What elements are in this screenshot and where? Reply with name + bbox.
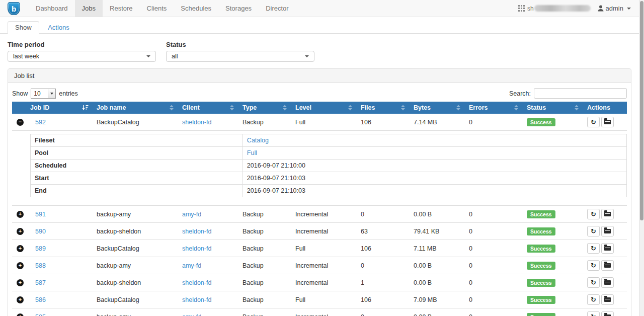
restore-job-button[interactable] <box>601 243 614 254</box>
nav-list-item: Restore <box>103 0 140 17</box>
tab-show[interactable]: Show <box>8 21 39 34</box>
expand-column-header <box>12 102 26 114</box>
expand-row-icon[interactable] <box>17 228 24 235</box>
nav-item-director[interactable]: Director <box>259 0 296 17</box>
errors-cell: 0 <box>465 308 523 316</box>
job-row: 588 backup-amy amy-fd Backup Incremental… <box>12 257 627 274</box>
job-row: 589 BackupCatalog sheldon-fd Backup Full… <box>12 240 627 257</box>
user-menu[interactable]: admin <box>598 5 631 12</box>
job-id-link[interactable]: 588 <box>35 262 46 269</box>
job-id-link[interactable]: 590 <box>35 228 46 235</box>
client-link[interactable]: sheldon-fd <box>182 228 211 235</box>
folder-icon <box>604 120 611 124</box>
time-period-select[interactable]: last week <box>8 51 156 62</box>
hostname-label: sh <box>527 5 591 12</box>
rerun-job-button[interactable]: ↻ <box>587 294 600 305</box>
rerun-job-button[interactable]: ↻ <box>587 260 600 271</box>
bareos-logo-icon[interactable]: b <box>8 2 20 15</box>
column-label: Job name <box>97 104 126 111</box>
scrollbar-thumb[interactable] <box>640 1 643 220</box>
nav-item-schedules[interactable]: Schedules <box>174 0 218 17</box>
status-value: all <box>172 53 178 60</box>
restore-job-button[interactable] <box>601 209 614 219</box>
column-header-status[interactable]: Status <box>523 102 583 114</box>
restore-job-button[interactable] <box>601 277 614 288</box>
actions-cell: ↻ <box>583 257 627 274</box>
errors-cell: 0 <box>465 274 523 291</box>
job-id-link[interactable]: 586 <box>35 296 46 303</box>
detail-value-link[interactable]: Full <box>247 149 257 156</box>
job-id-link[interactable]: 591 <box>35 211 46 218</box>
client-link[interactable]: amy-fd <box>182 262 201 269</box>
collapse-row-icon[interactable] <box>17 119 24 126</box>
rerun-job-button[interactable]: ↻ <box>587 117 600 127</box>
nav-item-jobs[interactable]: Jobs <box>75 0 103 17</box>
sort-icon <box>456 105 461 111</box>
rerun-job-button[interactable]: ↻ <box>587 226 600 236</box>
search-input[interactable] <box>534 88 627 99</box>
rerun-icon: ↻ <box>591 119 596 125</box>
column-header-errors[interactable]: Errors <box>465 102 523 114</box>
job-id-link[interactable]: 585 <box>35 313 46 316</box>
status-badge: Success <box>527 296 555 304</box>
restore-job-button[interactable] <box>601 226 614 236</box>
job-name-cell: BackupCatalog <box>93 291 178 308</box>
restore-job-button[interactable] <box>601 117 614 127</box>
nav-item-restore[interactable]: Restore <box>103 0 140 17</box>
scrollbar[interactable] <box>639 0 644 316</box>
bytes-cell: 7.09 MB <box>410 291 465 308</box>
column-header-files[interactable]: Files <box>357 102 410 114</box>
column-header-level[interactable]: Level <box>291 102 357 114</box>
client-link[interactable]: sheldon-fd <box>182 279 211 286</box>
type-cell: Backup <box>238 274 291 291</box>
detail-row: Start 2016-09-07 21:10:03 <box>31 172 627 185</box>
nav-item-dashboard[interactable]: Dashboard <box>29 0 75 17</box>
expand-row-icon[interactable] <box>17 245 24 252</box>
expand-row-icon[interactable] <box>17 262 24 269</box>
sort-icon <box>400 105 406 111</box>
expand-row-icon[interactable] <box>17 211 24 218</box>
restore-job-button[interactable] <box>601 260 614 271</box>
entries-select[interactable]: 10 <box>31 89 56 99</box>
column-header-job-name[interactable]: Job name <box>93 102 178 114</box>
restore-job-button[interactable] <box>601 311 614 316</box>
files-cell: 0 <box>357 308 410 316</box>
logo-letter: b <box>12 5 16 13</box>
job-id-link[interactable]: 587 <box>35 279 46 286</box>
detail-label: Scheduled <box>31 160 243 172</box>
column-label: Files <box>361 104 375 111</box>
nav-item-storages[interactable]: Storages <box>218 0 259 17</box>
actions-cell: ↻ <box>583 274 627 291</box>
tab-actions[interactable]: Actions <box>41 22 76 33</box>
files-cell: 0 <box>357 257 410 274</box>
status-badge: Success <box>527 245 555 253</box>
rerun-job-button[interactable]: ↻ <box>587 243 600 254</box>
nav-item-clients[interactable]: Clients <box>140 0 174 17</box>
sort-icon <box>282 105 287 111</box>
expand-row-icon[interactable] <box>17 296 24 303</box>
detail-value-link[interactable]: Catalog <box>247 137 269 144</box>
column-header-bytes[interactable]: Bytes <box>410 102 465 114</box>
rerun-job-button[interactable]: ↻ <box>587 311 600 316</box>
column-header-client[interactable]: Client <box>178 102 238 114</box>
client-link[interactable]: sheldon-fd <box>182 119 211 126</box>
column-header-job-id[interactable]: Job ID <box>26 102 93 114</box>
applications-grid-icon[interactable] <box>518 5 525 12</box>
expand-row-icon[interactable] <box>17 313 24 316</box>
client-link[interactable]: sheldon-fd <box>182 245 211 252</box>
errors-cell: 0 <box>465 240 523 257</box>
client-link[interactable]: sheldon-fd <box>182 296 211 303</box>
expand-row-icon[interactable] <box>17 279 24 286</box>
bytes-cell: 7.14 MB <box>410 114 465 131</box>
rerun-job-button[interactable]: ↻ <box>587 277 600 288</box>
job-table: Job ID Job name Client Type Level Files … <box>12 102 627 316</box>
client-link[interactable]: amy-fd <box>182 211 201 218</box>
job-id-link[interactable]: 589 <box>35 245 46 252</box>
job-id-link[interactable]: 592 <box>35 119 46 126</box>
status-select[interactable]: all <box>166 51 314 62</box>
rerun-job-button[interactable]: ↻ <box>587 209 600 219</box>
column-header-type[interactable]: Type <box>238 102 291 114</box>
folder-icon <box>604 297 611 302</box>
restore-job-button[interactable] <box>601 294 614 305</box>
client-link[interactable]: amy-fd <box>182 313 201 316</box>
